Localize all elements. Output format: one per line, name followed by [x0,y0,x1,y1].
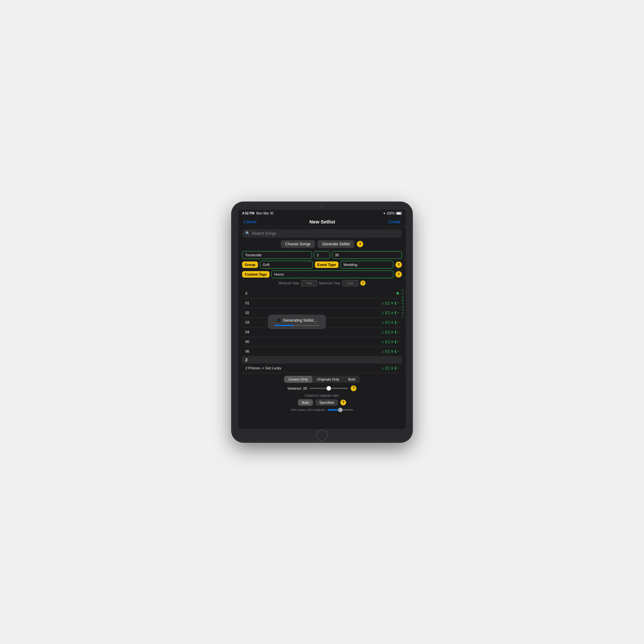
content-type-row: Covers Only Originals Only Both [242,376,402,383]
content-area: 🔍 Search Songs Choose Songs Generate Set… [238,227,406,417]
bracket-c-icon[interactable]: [C] [385,311,390,315]
ratio-slider-track[interactable] [327,409,353,411]
search-bar[interactable]: 🔍 Search Songs [242,229,402,238]
music-icon[interactable]: ♪ [382,320,384,325]
item-number: 05 [245,340,253,344]
music-icon[interactable]: ♪ [382,349,384,354]
specified-button[interactable]: Specified [316,399,338,406]
bracket-c-icon[interactable]: [C] [385,366,390,370]
list-icon[interactable]: ≡ [391,330,393,335]
progress-bar-background [274,325,319,326]
tablet-screen: 4:52 PM Mon Mar 30 ▾ 100% Cancel New Set… [238,210,406,429]
index-U[interactable]: U [402,293,404,295]
name-count-duration-row [242,251,402,259]
variance-label: Variance: 20 [288,386,307,390]
bracket-c-icon[interactable]: [C] [385,340,390,344]
bracket-c-icon[interactable]: [C] [385,349,390,353]
generate-setlist-tab[interactable]: Generate Setlist [317,240,354,248]
covers-only-button[interactable]: Covers Only [284,376,313,383]
search-placeholder: Search Songs [252,231,276,236]
create-button[interactable]: Create [388,219,401,224]
index-K[interactable]: K [402,302,404,305]
list-icon[interactable]: ≡ [391,301,393,306]
status-date: Mon Mar 30 [256,212,273,215]
dot-n: • [398,340,399,343]
music-icon[interactable]: ♪ [382,310,384,315]
bracket-c-icon[interactable]: [C] [385,301,390,305]
group-label[interactable]: Group [242,261,258,268]
custom-tags-help-button[interactable]: ? [395,271,402,278]
custom-tags-input[interactable] [271,270,393,278]
index-N[interactable]: N [402,306,404,308]
tabs-help-button[interactable]: ? [357,241,363,247]
ratio-slider-thumb[interactable] [338,408,343,412]
info-icon[interactable]: ℹ [395,320,396,325]
item-actions [397,292,399,294]
max-year-input[interactable] [342,280,358,286]
bottom-controls: Covers Only Originals Only Both Variance… [242,373,402,414]
variance-slider-thumb[interactable] [327,386,331,391]
song-count-input[interactable] [314,251,330,259]
min-year-input[interactable] [301,280,317,286]
list-item-song-row: 2 Princes -> Get Lucky ♪ [C] ≡ ℹ • [242,364,402,373]
variance-help-button[interactable]: ? [351,385,356,391]
item-actions: ♪ [C] ≡ ℹ • [382,320,399,325]
cancel-button[interactable]: Cancel [243,219,256,224]
index-G[interactable]: G [402,299,404,301]
info-icon[interactable]: ℹ [395,349,396,354]
index-O[interactable]: O [402,309,404,311]
originals-only-button[interactable]: Originals Only [312,376,344,383]
music-icon[interactable]: ♪ [382,366,384,371]
list-icon[interactable]: ≡ [391,310,393,315]
ratio-slider-label: 50% covers, 50% originals [291,408,325,412]
group-input[interactable] [260,261,313,269]
choose-songs-tab[interactable]: Choose Songs [281,240,315,248]
year-row: Minimum Year Maximum Year ? [242,280,402,286]
index-V[interactable]: V [402,312,404,314]
page-title: New Setlist [309,219,335,224]
nav-bar: Cancel New Setlist Create [238,217,406,227]
index-Y[interactable]: Y [402,315,404,317]
search-icon: 🔍 [245,231,250,235]
list-icon[interactable]: ≡ [391,339,393,344]
list-icon[interactable]: ≡ [391,320,393,325]
item-actions: ♪ [C] ≡ ℹ • [382,339,399,344]
index-D[interactable]: D [402,296,404,298]
item-number: 01 [245,301,253,305]
music-icon[interactable]: ♪ [382,330,384,335]
tablet-bottom [316,429,328,442]
event-type-input[interactable] [340,261,393,269]
list-item: 06 ♪ [C] ≡ ℹ • [242,347,402,356]
music-icon[interactable]: ♪ [382,339,384,344]
side-index: 0 U D G K N O V Y [402,289,404,318]
info-icon[interactable]: ℹ [395,339,396,344]
ratio-help-button[interactable]: ? [340,400,346,405]
variance-slider-track[interactable] [309,388,348,389]
tablet-device: 4:52 PM Mon Mar 30 ▾ 100% Cancel New Set… [232,202,412,442]
list-item: 05 ♪ [C] ≡ ℹ • [242,337,402,347]
custom-tags-label[interactable]: Custom Tags [242,271,270,278]
both-button[interactable]: Both [344,376,360,383]
dot-marker [397,292,399,294]
year-help-button[interactable]: ? [360,280,365,286]
event-type-label[interactable]: Event Type [315,261,339,268]
duration-input[interactable] [332,251,402,259]
auto-button[interactable]: Auto [298,399,313,406]
bracket-c-icon[interactable]: [C] [385,320,390,324]
item-number: 04 [245,330,253,334]
setlist-name-input[interactable] [242,251,312,259]
dot-d: • [398,321,399,324]
min-year-label: Minimum Year [279,281,299,285]
info-icon[interactable]: ℹ [395,330,396,335]
index-0[interactable]: 0 [402,289,404,292]
dot-y: • [398,366,399,370]
event-type-help-button[interactable]: ? [395,261,402,268]
list-icon[interactable]: ≡ [391,366,393,371]
bracket-c-icon[interactable]: [C] [385,330,390,334]
home-button[interactable] [316,430,328,441]
music-icon[interactable]: ♪ [382,301,384,306]
info-icon[interactable]: ℹ [395,310,396,315]
list-icon[interactable]: ≡ [391,349,393,354]
info-icon[interactable]: ℹ [395,301,396,306]
info-icon[interactable]: ℹ [395,366,396,371]
